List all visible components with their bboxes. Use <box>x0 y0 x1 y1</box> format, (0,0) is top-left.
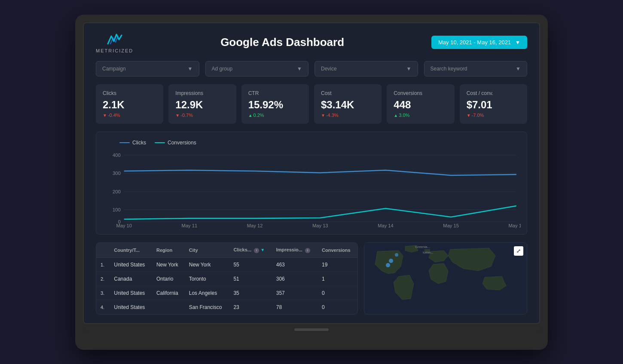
conversions-value: 448 <box>394 99 447 111</box>
svg-text:Greenla...: Greenla... <box>415 245 430 249</box>
col-clicks[interactable]: Clicks... i ▼ <box>229 243 272 258</box>
clicks-change: ▼-0.4% <box>103 113 156 118</box>
device-filter[interactable]: Device ▼ <box>315 61 418 76</box>
row-region: California <box>152 286 185 300</box>
row-num: 4. <box>96 300 110 314</box>
row-city: Toronto <box>185 272 229 286</box>
row-impressions: 306 <box>272 272 318 286</box>
page-title: Google Ads Dashboard <box>133 36 431 49</box>
cost-per-conv-arrow-icon: ▼ <box>467 113 471 118</box>
row-conversions: 1 <box>318 272 357 286</box>
brand-name: METRICIZED <box>96 48 133 53</box>
col-num <box>96 243 110 258</box>
clicks-arrow-icon: ▼ <box>103 113 107 118</box>
impressions-arrow-icon: ▼ <box>175 113 180 118</box>
search-keyword-filter[interactable]: Search keyword ▼ <box>424 61 528 76</box>
campaign-filter[interactable]: Campaign ▼ <box>96 61 199 76</box>
geo-table: Country/T... Region City Clicks... i ▼ I… <box>96 242 358 315</box>
svg-text:May 16: May 16 <box>509 223 521 228</box>
col-country[interactable]: Country/T... <box>110 243 152 258</box>
ctr-value: 15.92% <box>248 99 302 111</box>
svg-text:200: 200 <box>113 189 121 194</box>
row-city: New York <box>185 257 229 272</box>
row-region: Ontario <box>152 272 185 286</box>
legend-conversions: Conversions <box>155 140 196 146</box>
table-header-row: Country/T... Region City Clicks... i ▼ I… <box>96 243 357 258</box>
metric-card-cost-per-conv: Cost / conv. $7.01 ▼-7.0% <box>460 84 527 124</box>
row-clicks: 51 <box>229 272 272 286</box>
table-row: 4. United States San Francisco 23 78 0 <box>96 300 357 314</box>
cost-per-conv-change: ▼-7.0% <box>467 113 520 118</box>
conversions-line <box>124 206 516 219</box>
impressions-label: Impressions <box>175 90 229 96</box>
clicks-line <box>124 170 516 175</box>
row-conversions: 0 <box>318 300 357 314</box>
cost-arrow-icon: ▼ <box>321 113 325 118</box>
row-num: 1. <box>96 257 110 272</box>
map-container: ⤢ <box>364 242 527 315</box>
logo-icon <box>106 32 123 47</box>
adgroup-filter[interactable]: Ad group ▼ <box>205 61 309 76</box>
row-clicks: 23 <box>229 300 272 314</box>
row-impressions: 357 <box>272 286 318 300</box>
clicks-info-icon[interactable]: i <box>254 248 259 253</box>
row-region: New York <box>152 257 185 272</box>
row-city: San Francisco <box>185 300 229 314</box>
date-picker-arrow-icon: ▼ <box>515 40 520 46</box>
svg-text:100: 100 <box>113 207 121 212</box>
search-keyword-dropdown-arrow: ▼ <box>516 66 521 72</box>
impressions-info-icon[interactable]: i <box>305 248 310 253</box>
cost-label: Cost <box>321 90 375 96</box>
ctr-arrow-icon: ▲ <box>248 113 253 118</box>
clicks-label: Clicks <box>103 90 156 96</box>
svg-text:May 12: May 12 <box>247 223 263 228</box>
row-impressions: 463 <box>272 257 318 272</box>
row-clicks: 35 <box>229 286 272 300</box>
col-conversions[interactable]: Conversions <box>318 243 357 258</box>
table-row: 3. United States California Los Angeles … <box>96 286 357 300</box>
row-country: United States <box>110 300 152 314</box>
col-region[interactable]: Region <box>152 243 185 258</box>
row-country: United States <box>110 286 152 300</box>
filters-row: Campaign ▼ Ad group ▼ Device ▼ Search ke… <box>96 61 527 76</box>
col-impressions[interactable]: Impressio... i <box>272 243 318 258</box>
cost-per-conv-value: $7.01 <box>467 99 520 111</box>
map-expand-button[interactable]: ⤢ <box>514 246 523 256</box>
svg-text:May 15: May 15 <box>443 223 459 228</box>
header: METRICIZED Google Ads Dashboard May 10, … <box>96 32 527 53</box>
legend-clicks-line <box>119 142 130 143</box>
row-country: United States <box>110 257 152 272</box>
search-keyword-filter-label: Search keyword <box>431 66 467 72</box>
col-city[interactable]: City <box>185 243 229 258</box>
metric-cards: Clicks 2.1K ▼-0.4% Impressions 12.9K ▼-0… <box>96 84 527 124</box>
date-range-label: May 10, 2021 - May 16, 2021 <box>438 39 511 46</box>
device-dropdown-arrow: ▼ <box>406 66 412 72</box>
clicks-value: 2.1K <box>103 99 156 111</box>
clicks-sort-icon[interactable]: ▼ <box>260 248 265 252</box>
ctr-change: ▲0.2% <box>248 113 302 118</box>
adgroup-filter-label: Ad group <box>212 66 233 72</box>
metric-card-ctr: CTR 15.92% ▲0.2% <box>241 84 309 124</box>
svg-text:400: 400 <box>113 153 121 158</box>
bottom-section: Country/T... Region City Clicks... i ▼ I… <box>96 242 527 315</box>
svg-text:May 13: May 13 <box>312 223 328 228</box>
map-dot-us-east <box>389 259 393 263</box>
date-range-picker[interactable]: May 10, 2021 - May 16, 2021 ▼ <box>431 36 527 49</box>
metric-card-conversions: Conversions 448 ▲3.0% <box>387 84 454 124</box>
map-dot-canada <box>395 253 398 257</box>
cost-change: ▼-4.3% <box>321 113 375 118</box>
svg-text:May 10: May 10 <box>116 223 132 228</box>
cost-per-conv-label: Cost / conv. <box>467 90 520 96</box>
table-row: 1. United States New York New York 55 46… <box>96 257 357 272</box>
metric-card-clicks: Clicks 2.1K ▼-0.4% <box>96 84 163 124</box>
impressions-value: 12.9K <box>175 99 229 111</box>
adgroup-dropdown-arrow: ▼ <box>297 66 302 72</box>
svg-text:May 11: May 11 <box>182 223 198 228</box>
world-map-svg: Greenla... Icelan... <box>364 243 527 312</box>
legend-conversions-line <box>155 142 165 143</box>
metric-card-impressions: Impressions 12.9K ▼-0.7% <box>168 84 236 124</box>
chart-legend: Clicks Conversions <box>102 140 521 146</box>
impressions-change: ▼-0.7% <box>175 113 229 118</box>
chart-svg: 400 300 200 100 0 May 10 May 11 May 12 M… <box>102 151 521 228</box>
chart-area: 400 300 200 100 0 May 10 May 11 May 12 M… <box>102 151 521 228</box>
